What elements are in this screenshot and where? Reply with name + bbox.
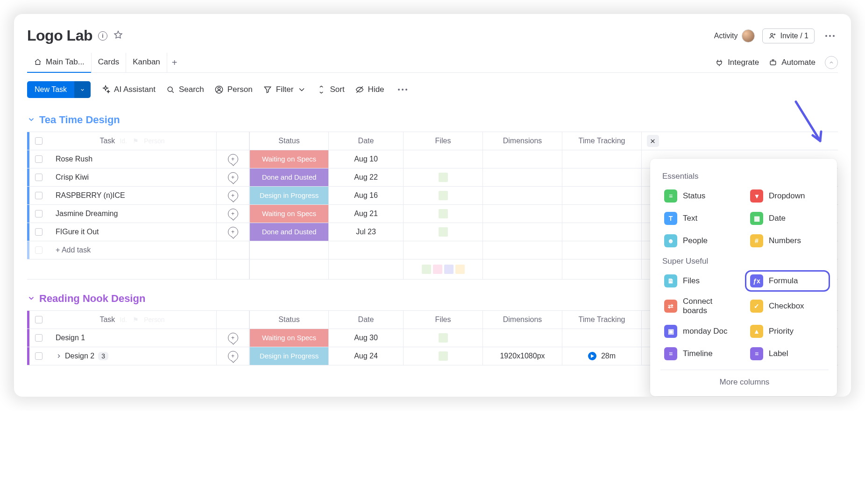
col-header-task[interactable]: TaskId. ⚑ Person xyxy=(48,311,216,329)
files-cell[interactable] xyxy=(403,205,482,223)
row-checkbox[interactable] xyxy=(35,352,43,360)
column-type-option[interactable]: ☻People xyxy=(660,231,743,250)
task-name-cell[interactable]: Rose Rush xyxy=(48,150,216,168)
conversation-icon[interactable]: + xyxy=(228,227,238,237)
dimensions-cell[interactable] xyxy=(482,205,562,223)
column-type-option[interactable]: 🗎Files xyxy=(660,272,743,290)
conversation-icon[interactable]: + xyxy=(228,209,238,219)
task-name-cell[interactable]: Crisp Kiwi xyxy=(48,168,216,186)
date-cell[interactable]: Aug 21 xyxy=(328,205,403,223)
activity-button[interactable]: Activity xyxy=(714,29,755,42)
conversation-icon[interactable]: + xyxy=(228,333,238,343)
tab-kanban[interactable]: Kanban xyxy=(126,53,167,72)
date-cell[interactable]: Jul 23 xyxy=(328,223,403,241)
invite-button[interactable]: Invite / 1 xyxy=(762,28,815,43)
expand-subitems-icon[interactable] xyxy=(56,353,62,359)
close-icon[interactable] xyxy=(647,135,659,147)
col-header-status[interactable]: Status xyxy=(249,132,328,150)
date-cell[interactable]: Aug 16 xyxy=(328,187,403,204)
row-checkbox[interactable] xyxy=(35,192,43,199)
ai-assistant-button[interactable]: AI Assistant xyxy=(101,85,156,94)
task-name-cell[interactable]: Jasmine Dreaming xyxy=(48,205,216,223)
date-cell[interactable]: Aug 30 xyxy=(328,329,403,347)
status-cell[interactable]: Waiting on Specs xyxy=(250,329,328,347)
dimensions-cell[interactable]: 1920x1080px xyxy=(482,347,562,365)
date-cell[interactable]: Aug 22 xyxy=(328,168,403,186)
conversation-icon[interactable]: + xyxy=(228,190,238,201)
column-type-option[interactable]: ⇄Connect boards xyxy=(660,294,743,318)
column-type-option[interactable]: ≡Label xyxy=(746,344,829,363)
conversation-icon[interactable]: + xyxy=(228,351,238,361)
new-task-dropdown[interactable] xyxy=(74,81,91,98)
time-tracking-cell[interactable] xyxy=(562,223,641,241)
row-checkbox[interactable] xyxy=(35,174,43,181)
col-header-files[interactable]: Files xyxy=(403,311,482,329)
toolbar-more-icon[interactable] xyxy=(395,82,411,98)
add-view-button[interactable]: + xyxy=(167,57,180,68)
add-task-button[interactable]: + Add task xyxy=(48,241,216,259)
col-header-status[interactable]: Status xyxy=(249,311,328,329)
sort-button[interactable]: Sort xyxy=(317,85,344,94)
task-name-cell[interactable]: Design 1 xyxy=(48,329,216,347)
add-column-button[interactable] xyxy=(641,132,664,150)
task-name-cell[interactable]: FIGure it Out xyxy=(48,223,216,241)
col-header-dimensions[interactable]: Dimensions xyxy=(482,132,562,150)
col-header-date[interactable]: Date xyxy=(328,311,403,329)
files-cell[interactable] xyxy=(403,150,482,168)
time-tracking-cell[interactable] xyxy=(562,329,641,347)
integrate-button[interactable]: Integrate xyxy=(715,58,759,67)
col-header-dimensions[interactable]: Dimensions xyxy=(482,311,562,329)
date-cell[interactable]: Aug 24 xyxy=(328,347,403,365)
row-checkbox[interactable] xyxy=(35,228,43,236)
col-header-date[interactable]: Date xyxy=(328,132,403,150)
row-checkbox[interactable] xyxy=(35,210,43,217)
dimensions-cell[interactable] xyxy=(482,168,562,186)
time-tracking-cell[interactable]: 28m xyxy=(562,347,641,365)
files-cell[interactable] xyxy=(403,223,482,241)
files-cell[interactable] xyxy=(403,329,482,347)
time-tracking-cell[interactable] xyxy=(562,150,641,168)
column-type-option[interactable]: ▣monday Doc xyxy=(660,322,743,341)
column-type-option[interactable]: ▾Dropdown xyxy=(746,187,829,205)
search-button[interactable]: Search xyxy=(166,85,204,94)
play-icon[interactable] xyxy=(588,352,596,360)
column-type-option[interactable]: #Numbers xyxy=(746,231,829,250)
col-header-time-tracking[interactable]: Time Tracking xyxy=(562,132,641,150)
header-more-icon[interactable] xyxy=(822,28,838,44)
dimensions-cell[interactable] xyxy=(482,223,562,241)
column-type-option[interactable]: ≡Timeline xyxy=(660,344,743,363)
more-columns-button[interactable]: More columns xyxy=(660,370,829,390)
column-type-option[interactable]: ▲Priority xyxy=(746,322,829,341)
info-icon[interactable]: i xyxy=(98,31,107,41)
status-cell[interactable]: Done and Dusted xyxy=(250,223,328,241)
col-header-task[interactable]: TaskId. ⚑ Person xyxy=(48,132,216,150)
filter-button[interactable]: Filter xyxy=(263,85,307,94)
column-type-option[interactable]: ▦Date xyxy=(746,209,829,228)
favorite-star-icon[interactable] xyxy=(113,30,123,42)
files-cell[interactable] xyxy=(403,347,482,365)
person-filter-button[interactable]: Person xyxy=(214,85,253,94)
files-cell[interactable] xyxy=(403,168,482,186)
col-header-time-tracking[interactable]: Time Tracking xyxy=(562,311,641,329)
task-name-cell[interactable]: RASPBERRY (n)ICE xyxy=(48,187,216,204)
status-cell[interactable]: Waiting on Specs xyxy=(250,205,328,223)
status-cell[interactable]: Design in Progress xyxy=(250,187,328,204)
hide-button[interactable]: Hide xyxy=(355,85,384,94)
time-tracking-cell[interactable] xyxy=(562,205,641,223)
automate-button[interactable]: Automate xyxy=(768,58,815,67)
time-tracking-cell[interactable] xyxy=(562,168,641,186)
time-tracking-cell[interactable] xyxy=(562,187,641,204)
col-header-files[interactable]: Files xyxy=(403,132,482,150)
row-checkbox[interactable] xyxy=(35,334,43,342)
date-cell[interactable]: Aug 10 xyxy=(328,150,403,168)
column-type-option[interactable]: TText xyxy=(660,209,743,228)
column-type-option[interactable]: ✓Checkbox xyxy=(746,294,829,318)
dimensions-cell[interactable] xyxy=(482,329,562,347)
status-cell[interactable]: Waiting on Specs xyxy=(250,150,328,168)
dimensions-cell[interactable] xyxy=(482,187,562,204)
group-title[interactable]: Tea Time Design xyxy=(27,114,838,126)
row-checkbox[interactable] xyxy=(35,155,43,163)
tab-main-table[interactable]: Main Tab... xyxy=(27,53,92,72)
status-cell[interactable]: Design in Progress xyxy=(250,347,328,365)
tab-cards[interactable]: Cards xyxy=(92,53,126,72)
